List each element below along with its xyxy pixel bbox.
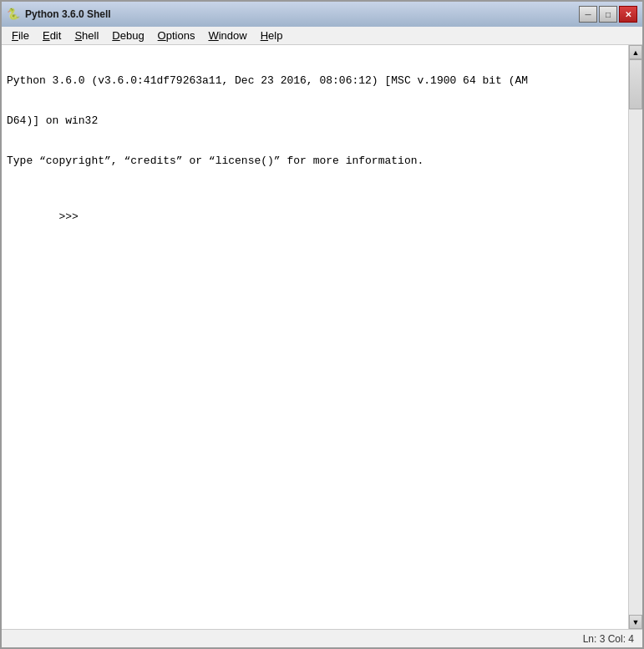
scroll-track[interactable] [629,59,642,615]
window-icon: 🐍 [7,8,20,21]
window-title: Python 3.6.0 Shell [25,8,579,20]
menu-window[interactable]: Window [201,28,253,43]
menu-debug[interactable]: Debug [105,28,150,43]
menu-edit[interactable]: Edit [36,28,68,43]
menu-file[interactable]: File [5,28,36,43]
shell-line-2: D64)] on win32 [7,114,623,129]
shell-line-3: Type “copyright”, “credits” or “license(… [7,154,623,169]
scroll-thumb[interactable] [629,59,642,109]
shell-output[interactable]: Python 3.6.0 (v3.6.0:41df79263a11, Dec 2… [2,45,628,629]
shell-prompt: >>> [7,195,623,241]
shell-area: Python 3.6.0 (v3.6.0:41df79263a11, Dec 2… [2,45,642,629]
main-window: 🐍 Python 3.6.0 Shell ─ □ ✕ File Edit She… [0,0,644,649]
scroll-down-button[interactable]: ▼ [629,615,642,629]
vertical-scrollbar[interactable]: ▲ ▼ [628,45,642,629]
title-bar-buttons: ─ □ ✕ [579,6,637,23]
maximize-button[interactable]: □ [599,6,617,23]
cursor-position: Ln: 3 Col: 4 [583,633,634,645]
prompt-text: >>> [58,210,84,223]
shell-line-1: Python 3.6.0 (v3.6.0:41df79263a11, Dec 2… [7,74,623,89]
title-bar: 🐍 Python 3.6.0 Shell ─ □ ✕ [2,2,642,27]
minimize-button[interactable]: ─ [579,6,597,23]
menu-bar: File Edit Shell Debug Options Window Hel… [2,27,642,45]
menu-help[interactable]: Help [254,28,290,43]
scroll-up-button[interactable]: ▲ [629,45,642,59]
menu-shell[interactable]: Shell [68,28,105,43]
menu-options[interactable]: Options [151,28,202,43]
status-bar: Ln: 3 Col: 4 [2,629,642,647]
close-button[interactable]: ✕ [619,6,637,23]
